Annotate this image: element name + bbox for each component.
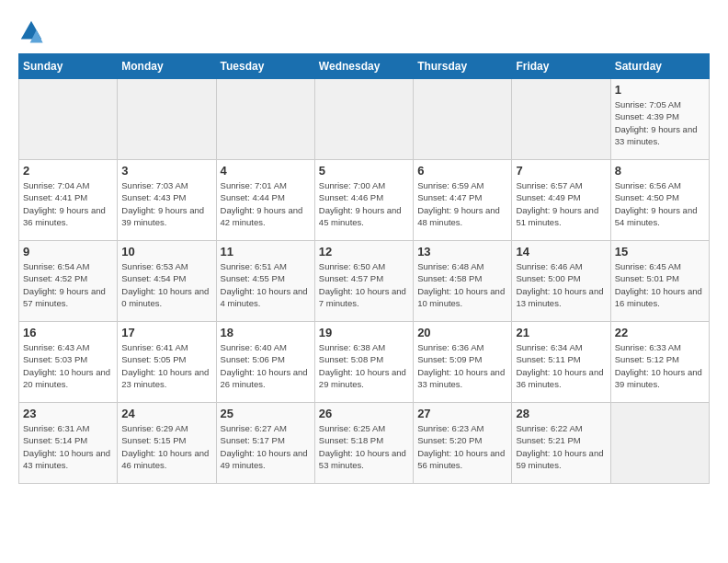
day-cell [610, 403, 709, 484]
day-cell [314, 79, 413, 160]
day-cell [19, 79, 118, 160]
day-number: 18 [221, 326, 311, 339]
weekday-header-thursday: Thursday [414, 54, 512, 79]
day-info: Sunrise: 6:51 AM Sunset: 4:55 PM Dayligh… [221, 260, 311, 309]
day-number: 26 [319, 407, 409, 420]
day-info: Sunrise: 7:03 AM Sunset: 4:43 PM Dayligh… [121, 179, 211, 228]
day-number: 6 [417, 164, 507, 178]
day-cell [216, 79, 314, 160]
week-row-2: 2Sunrise: 7:04 AM Sunset: 4:41 PM Daylig… [19, 160, 710, 241]
day-info: Sunrise: 6:29 AM Sunset: 5:15 PM Dayligh… [121, 422, 211, 471]
day-cell: 4Sunrise: 7:01 AM Sunset: 4:44 PM Daylig… [216, 160, 314, 241]
day-info: Sunrise: 6:25 AM Sunset: 5:18 PM Dayligh… [319, 422, 409, 471]
day-cell: 9Sunrise: 6:54 AM Sunset: 4:52 PM Daylig… [19, 241, 118, 322]
day-number: 9 [23, 245, 113, 259]
day-info: Sunrise: 6:54 AM Sunset: 4:52 PM Dayligh… [23, 260, 113, 309]
day-number: 16 [23, 326, 113, 339]
logo-icon [18, 18, 44, 44]
day-number: 13 [417, 245, 507, 259]
day-number: 23 [23, 407, 113, 420]
day-info: Sunrise: 6:50 AM Sunset: 4:57 PM Dayligh… [319, 260, 409, 309]
day-info: Sunrise: 6:45 AM Sunset: 5:01 PM Dayligh… [615, 260, 705, 309]
day-info: Sunrise: 7:00 AM Sunset: 4:46 PM Dayligh… [319, 179, 409, 228]
day-number: 28 [516, 407, 606, 420]
day-cell: 23Sunrise: 6:31 AM Sunset: 5:14 PM Dayli… [19, 403, 118, 484]
day-number: 21 [516, 326, 606, 339]
day-number: 1 [615, 83, 705, 97]
page-header [18, 18, 710, 44]
day-number: 2 [23, 164, 113, 178]
day-cell: 10Sunrise: 6:53 AM Sunset: 4:54 PM Dayli… [118, 241, 216, 322]
day-info: Sunrise: 6:56 AM Sunset: 4:50 PM Dayligh… [615, 179, 705, 228]
day-cell: 7Sunrise: 6:57 AM Sunset: 4:49 PM Daylig… [512, 160, 610, 241]
day-cell: 20Sunrise: 6:36 AM Sunset: 5:09 PM Dayli… [414, 322, 512, 403]
day-number: 19 [319, 326, 409, 339]
day-number: 20 [417, 326, 507, 339]
weekday-header-wednesday: Wednesday [314, 54, 413, 79]
day-info: Sunrise: 6:41 AM Sunset: 5:05 PM Dayligh… [121, 341, 211, 390]
weekday-header-monday: Monday [118, 54, 216, 79]
day-info: Sunrise: 6:46 AM Sunset: 5:00 PM Dayligh… [516, 260, 606, 309]
day-info: Sunrise: 6:57 AM Sunset: 4:49 PM Dayligh… [516, 179, 606, 228]
day-cell: 27Sunrise: 6:23 AM Sunset: 5:20 PM Dayli… [414, 403, 512, 484]
calendar-table: SundayMondayTuesdayWednesdayThursdayFrid… [18, 53, 710, 484]
day-cell: 14Sunrise: 6:46 AM Sunset: 5:00 PM Dayli… [512, 241, 610, 322]
day-cell: 11Sunrise: 6:51 AM Sunset: 4:55 PM Dayli… [216, 241, 314, 322]
weekday-header-saturday: Saturday [610, 54, 709, 79]
day-cell: 22Sunrise: 6:33 AM Sunset: 5:12 PM Dayli… [610, 322, 709, 403]
day-number: 8 [615, 164, 705, 178]
logo [18, 18, 48, 44]
day-number: 27 [417, 407, 507, 420]
day-info: Sunrise: 7:05 AM Sunset: 4:39 PM Dayligh… [615, 98, 705, 147]
day-cell: 21Sunrise: 6:34 AM Sunset: 5:11 PM Dayli… [512, 322, 610, 403]
day-cell: 15Sunrise: 6:45 AM Sunset: 5:01 PM Dayli… [610, 241, 709, 322]
day-cell: 28Sunrise: 6:22 AM Sunset: 5:21 PM Dayli… [512, 403, 610, 484]
day-number: 5 [319, 164, 409, 178]
weekday-header-tuesday: Tuesday [216, 54, 314, 79]
day-number: 3 [121, 164, 211, 178]
day-info: Sunrise: 6:33 AM Sunset: 5:12 PM Dayligh… [615, 341, 705, 390]
week-row-3: 9Sunrise: 6:54 AM Sunset: 4:52 PM Daylig… [19, 241, 710, 322]
day-number: 14 [516, 245, 606, 259]
day-cell: 17Sunrise: 6:41 AM Sunset: 5:05 PM Dayli… [118, 322, 216, 403]
day-info: Sunrise: 7:04 AM Sunset: 4:41 PM Dayligh… [23, 179, 113, 228]
week-row-5: 23Sunrise: 6:31 AM Sunset: 5:14 PM Dayli… [19, 403, 710, 484]
day-cell: 8Sunrise: 6:56 AM Sunset: 4:50 PM Daylig… [610, 160, 709, 241]
day-info: Sunrise: 7:01 AM Sunset: 4:44 PM Dayligh… [221, 179, 311, 228]
day-info: Sunrise: 6:53 AM Sunset: 4:54 PM Dayligh… [121, 260, 211, 309]
day-info: Sunrise: 6:43 AM Sunset: 5:03 PM Dayligh… [23, 341, 113, 390]
week-row-4: 16Sunrise: 6:43 AM Sunset: 5:03 PM Dayli… [19, 322, 710, 403]
day-cell: 24Sunrise: 6:29 AM Sunset: 5:15 PM Dayli… [118, 403, 216, 484]
day-cell: 19Sunrise: 6:38 AM Sunset: 5:08 PM Dayli… [314, 322, 413, 403]
day-cell: 18Sunrise: 6:40 AM Sunset: 5:06 PM Dayli… [216, 322, 314, 403]
day-number: 24 [121, 407, 211, 420]
day-cell: 6Sunrise: 6:59 AM Sunset: 4:47 PM Daylig… [414, 160, 512, 241]
day-number: 11 [221, 245, 311, 259]
day-info: Sunrise: 6:23 AM Sunset: 5:20 PM Dayligh… [417, 422, 507, 471]
weekday-header-row: SundayMondayTuesdayWednesdayThursdayFrid… [19, 54, 710, 79]
day-info: Sunrise: 6:36 AM Sunset: 5:09 PM Dayligh… [417, 341, 507, 390]
day-cell: 16Sunrise: 6:43 AM Sunset: 5:03 PM Dayli… [19, 322, 118, 403]
day-cell: 1Sunrise: 7:05 AM Sunset: 4:39 PM Daylig… [610, 79, 709, 160]
day-cell: 13Sunrise: 6:48 AM Sunset: 4:58 PM Dayli… [414, 241, 512, 322]
calendar-body: 1Sunrise: 7:05 AM Sunset: 4:39 PM Daylig… [19, 79, 710, 484]
day-cell: 2Sunrise: 7:04 AM Sunset: 4:41 PM Daylig… [19, 160, 118, 241]
day-cell: 26Sunrise: 6:25 AM Sunset: 5:18 PM Dayli… [314, 403, 413, 484]
week-row-1: 1Sunrise: 7:05 AM Sunset: 4:39 PM Daylig… [19, 79, 710, 160]
day-cell [118, 79, 216, 160]
day-info: Sunrise: 6:31 AM Sunset: 5:14 PM Dayligh… [23, 422, 113, 471]
day-cell: 5Sunrise: 7:00 AM Sunset: 4:46 PM Daylig… [314, 160, 413, 241]
day-info: Sunrise: 6:27 AM Sunset: 5:17 PM Dayligh… [221, 422, 311, 471]
day-cell: 12Sunrise: 6:50 AM Sunset: 4:57 PM Dayli… [314, 241, 413, 322]
day-info: Sunrise: 6:34 AM Sunset: 5:11 PM Dayligh… [516, 341, 606, 390]
day-cell: 3Sunrise: 7:03 AM Sunset: 4:43 PM Daylig… [118, 160, 216, 241]
day-cell: 25Sunrise: 6:27 AM Sunset: 5:17 PM Dayli… [216, 403, 314, 484]
day-number: 25 [221, 407, 311, 420]
day-info: Sunrise: 6:22 AM Sunset: 5:21 PM Dayligh… [516, 422, 606, 471]
day-info: Sunrise: 6:40 AM Sunset: 5:06 PM Dayligh… [221, 341, 311, 390]
day-cell [414, 79, 512, 160]
day-info: Sunrise: 6:38 AM Sunset: 5:08 PM Dayligh… [319, 341, 409, 390]
day-number: 22 [615, 326, 705, 339]
day-number: 15 [615, 245, 705, 259]
day-info: Sunrise: 6:59 AM Sunset: 4:47 PM Dayligh… [417, 179, 507, 228]
